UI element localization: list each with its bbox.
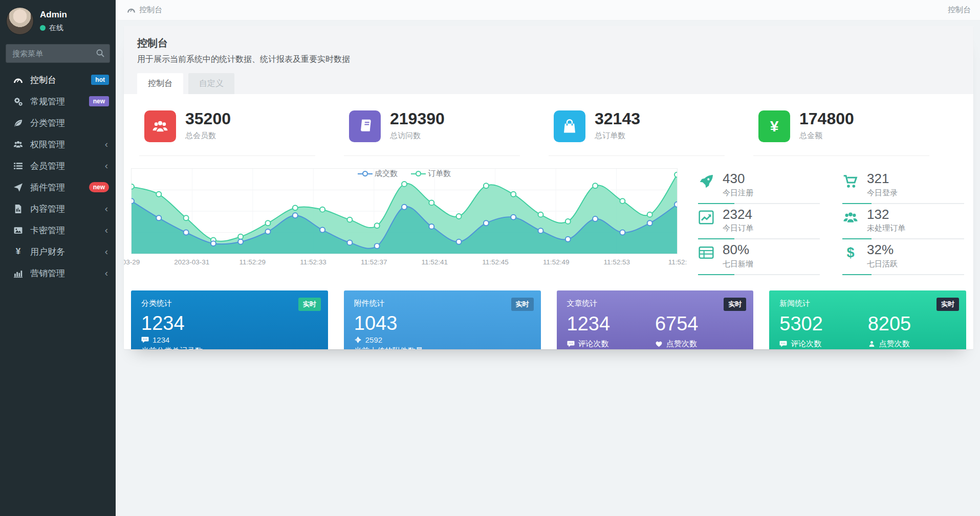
progress-bar <box>842 274 964 275</box>
quick-stat-label: 今日登录 <box>867 188 898 198</box>
quick-stat-label: 今日注册 <box>723 188 753 198</box>
gauge-icon <box>127 6 136 14</box>
pinwheel-icon <box>354 336 362 344</box>
breadcrumb[interactable]: 控制台 <box>127 5 162 15</box>
sidebar-item-general[interactable]: 常规管理 new <box>0 91 116 112</box>
sidebar-item-finance[interactable]: ¥ 用户财务 ‹ <box>0 241 116 262</box>
axis-label: 11:52:53 <box>604 258 630 266</box>
search-icon <box>96 49 105 58</box>
user-status: 在线 <box>49 24 63 33</box>
person-icon <box>868 340 876 348</box>
realtime-badge: 实时 <box>511 298 534 311</box>
sidebar-item-category[interactable]: 分类管理 <box>0 112 116 133</box>
quick-stat-value: 32% <box>867 242 898 257</box>
chart-x-axis: 03-292023-03-3111:52:2911:52:3311:52:371… <box>131 257 678 270</box>
card-title: 分类统计 <box>141 299 318 308</box>
quick-stat-label: 未处理订单 <box>867 223 905 233</box>
breadcrumb-label: 控制台 <box>139 5 162 15</box>
avatar <box>6 7 34 35</box>
user-name: Admin <box>40 10 67 20</box>
stats-row: 35200 总会员数 219390 总访问数 32143 <box>131 109 966 156</box>
table-icon <box>698 244 714 261</box>
card-category-stats: 分类统计 实时 1234 1234 当前分类总记录数 <box>131 290 328 349</box>
sidebar-item-marketing[interactable]: 营销管理 ‹ <box>0 262 116 284</box>
main-panel: 控制台 用于展示当前系统中的统计数据、统计报表及重要实时数据 控制台 自定义 3… <box>124 26 973 349</box>
sidebar-item-dashboard[interactable]: 控制台 hot <box>0 69 116 91</box>
tab-custom[interactable]: 自定义 <box>188 73 234 94</box>
legend-item-deals[interactable]: 成交数 <box>358 169 398 178</box>
stat-total-visits: 219390 总访问数 <box>344 109 520 156</box>
sidebar-item-label: 分类管理 <box>30 117 65 129</box>
sidebar-item-member[interactable]: 会员管理 ‹ <box>0 155 116 176</box>
dollar-icon: $ <box>842 244 859 261</box>
chart-legend: 成交数 订单数 <box>355 168 454 180</box>
chevron-left-icon: ‹ <box>105 161 108 170</box>
sidebar-item-content[interactable]: 内容管理 ‹ <box>0 198 116 219</box>
legend-marker-icon <box>362 171 368 176</box>
quick-stats-grid: 430 今日注册 321 今日登录 <box>698 168 964 275</box>
book-icon <box>349 110 381 142</box>
card-sub-value: 1234 <box>153 335 169 344</box>
stat-label: 总金额 <box>799 131 854 141</box>
users-icon <box>13 140 23 149</box>
sidebar-item-label: 营销管理 <box>30 267 65 279</box>
card-title: 文章统计 <box>567 299 744 308</box>
trend-chart-icon <box>698 209 714 226</box>
card-metric-value: 8205 <box>868 313 956 335</box>
stat-value: 35200 <box>185 110 231 128</box>
stat-value: 32143 <box>595 110 640 128</box>
realtime-badge: 实时 <box>937 298 959 311</box>
comment-icon <box>567 340 575 348</box>
search-input[interactable] <box>6 44 110 63</box>
quick-stat-orders-today: 2324 今日订单 <box>698 204 820 240</box>
axis-label: 2023-03-31 <box>174 258 209 266</box>
axis-label: 11:52: <box>668 258 687 266</box>
axis-label: 11:52:49 <box>543 258 570 266</box>
card-title: 新闻统计 <box>779 299 956 308</box>
sidebar-item-auth[interactable]: 权限管理 ‹ <box>0 133 116 155</box>
legend-item-orders[interactable]: 订单数 <box>411 169 451 178</box>
quick-stat-registered-today: 430 今日注册 <box>698 168 820 204</box>
page-title: 控制台 <box>137 36 960 50</box>
paper-plane-icon <box>13 183 23 192</box>
comment-icon <box>141 336 149 344</box>
card-metric-label: 点赞次数 <box>879 339 910 349</box>
sidebar-item-cardkey[interactable]: 卡密管理 ‹ <box>0 219 116 241</box>
card-metric-value: 5302 <box>779 313 867 335</box>
sidebar-item-label: 常规管理 <box>30 96 65 107</box>
gears-icon <box>13 97 23 106</box>
legend-label: 成交数 <box>375 169 398 178</box>
tab-dashboard[interactable]: 控制台 <box>137 73 183 94</box>
sidebar-menu: 控制台 hot 常规管理 new 分类管理 权限管理 ‹ <box>0 69 116 284</box>
sidebar-item-addon[interactable]: 插件管理 new <box>0 176 116 198</box>
card-sub-value: 2592 <box>365 335 382 344</box>
sidebar-item-label: 卡密管理 <box>30 225 65 236</box>
card-description: 当前上传的附件数量 <box>354 346 531 349</box>
rocket-icon <box>698 173 714 190</box>
card-metric-label: 评论次数 <box>578 339 609 349</box>
bar-chart-icon <box>13 268 23 278</box>
quick-stat-value: 80% <box>723 242 753 257</box>
stat-value: 174800 <box>799 110 854 128</box>
legend-label: 订单数 <box>428 169 451 178</box>
topbar-right-link[interactable]: 控制台 <box>948 5 971 15</box>
quick-stat-label: 七日新增 <box>723 259 753 269</box>
area-chart: 成交数 订单数 03-292023-03-3111:52:2911:52:331… <box>131 168 678 275</box>
card-news-stats: 新闻统计 实时 5302 评论次数 8205 点赞次数 <box>769 290 966 349</box>
gauge-icon <box>13 75 23 85</box>
legend-marker-icon <box>416 171 421 176</box>
quick-stat-value: 2324 <box>723 207 753 222</box>
sidebar-item-label: 插件管理 <box>30 182 65 193</box>
quick-stat-value: 430 <box>723 171 753 186</box>
axis-label: 11:52:41 <box>422 258 448 266</box>
page-subtitle: 用于展示当前系统中的统计数据、统计报表及重要实时数据 <box>137 54 960 65</box>
sidebar-item-label: 会员管理 <box>30 160 65 172</box>
card-description: 当前分类总记录数 <box>141 346 318 349</box>
axis-label: 11:52:37 <box>361 258 387 266</box>
axis-label: 11:52:29 <box>239 258 266 266</box>
sidebar-item-label: 内容管理 <box>30 203 65 215</box>
cart-icon <box>842 173 859 190</box>
card-attachment-stats: 附件统计 实时 1043 2592 当前上传的附件数量 <box>344 290 541 349</box>
sidebar: Admin 在线 控制台 hot 常规管理 new <box>0 0 116 516</box>
online-status-dot <box>40 25 46 31</box>
